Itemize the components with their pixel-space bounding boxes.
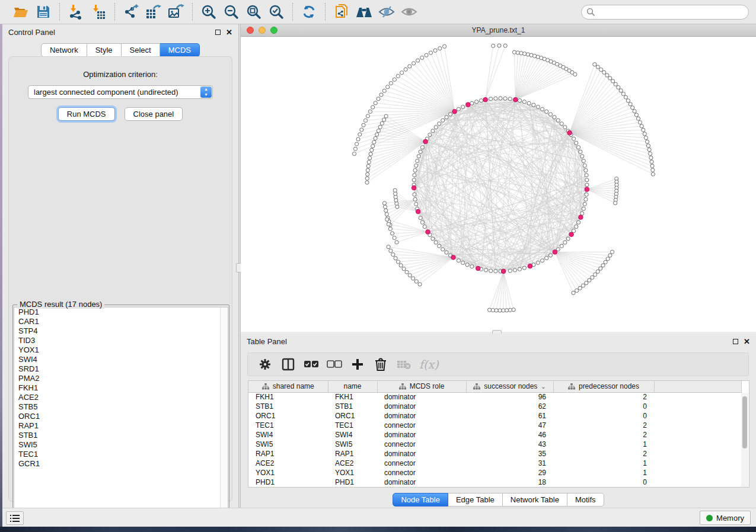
cell: 1 xyxy=(553,440,654,449)
mcds-result-list[interactable]: PHD1CAR1STP4TID3YOX1SWI4SRD1PMA2FKH1ACE2… xyxy=(14,307,228,524)
table-row[interactable]: ORC1ORC1dominator610 xyxy=(248,411,742,421)
export-table-icon[interactable] xyxy=(143,2,164,21)
table-row[interactable]: YOX1YOX1connector291 xyxy=(248,468,742,477)
control-panel: Control Panel ✕ NetworkStyleSelectMCDS O… xyxy=(2,24,238,508)
tab-edge-table[interactable]: Edge Table xyxy=(448,493,503,507)
result-item[interactable]: SRD1 xyxy=(14,364,228,374)
cell: FKH1 xyxy=(328,392,377,402)
clone-network-icon[interactable] xyxy=(331,2,352,21)
import-table-icon[interactable] xyxy=(88,2,109,21)
result-item[interactable]: STB5 xyxy=(14,402,228,412)
table-row[interactable]: FKH1FKH1dominator962 xyxy=(248,392,742,402)
result-item[interactable]: ACE2 xyxy=(14,393,228,402)
optimization-select[interactable]: largest connected component (undirected)… xyxy=(28,85,213,99)
tab-mcds[interactable]: MCDS xyxy=(160,43,200,57)
network-canvas[interactable] xyxy=(241,37,756,331)
result-scrollbar[interactable] xyxy=(220,307,228,523)
select-all-icon[interactable] xyxy=(304,357,319,372)
result-item[interactable]: PMA2 xyxy=(14,374,228,383)
open-file-icon[interactable] xyxy=(11,2,31,21)
hide-selected-eye-slash-icon[interactable] xyxy=(377,2,397,21)
cell: STB1 xyxy=(328,402,377,411)
zoom-out-icon[interactable] xyxy=(221,2,241,21)
memory-status-icon xyxy=(706,515,713,521)
gear-icon[interactable] xyxy=(257,357,273,372)
close-panel-button[interactable]: Close panel xyxy=(125,107,183,121)
save-icon[interactable] xyxy=(33,2,53,21)
cell: connector xyxy=(377,459,466,468)
table-row[interactable]: RAP1RAP1dominator352 xyxy=(248,449,742,459)
result-item[interactable]: FKH1 xyxy=(14,383,228,393)
network-window-titlebar[interactable]: YPA_prune.txt_1 xyxy=(241,24,756,37)
column-header-shared-name[interactable]: shared name xyxy=(248,381,328,392)
result-item[interactable]: YOX1 xyxy=(14,345,228,355)
result-item[interactable]: TID3 xyxy=(14,336,228,345)
status-bar: Memory xyxy=(0,508,756,527)
task-history-button[interactable] xyxy=(6,511,24,525)
cell: 2 xyxy=(553,430,654,440)
refresh-view-icon[interactable] xyxy=(299,2,319,21)
table-row[interactable]: PHD1PHD1dominator180 xyxy=(248,477,742,487)
mcds-result-title: MCDS result (17 nodes) xyxy=(17,300,104,309)
cell: 0 xyxy=(553,411,654,421)
cell: 62 xyxy=(466,402,553,411)
network-graph[interactable] xyxy=(241,37,756,331)
tab-network-table[interactable]: Network Table xyxy=(503,493,567,507)
run-mcds-button[interactable]: Run MCDS xyxy=(58,107,115,121)
table-row[interactable]: TEC1TEC1connector472 xyxy=(248,421,742,430)
delete-row-trash-icon[interactable] xyxy=(373,357,388,372)
search-icon xyxy=(586,8,595,17)
binoculars-icon[interactable] xyxy=(354,2,374,21)
table-row[interactable]: STB1STB1dominator620 xyxy=(248,402,742,411)
result-item[interactable]: PHD1 xyxy=(14,307,228,317)
cell: 61 xyxy=(466,411,553,421)
table-row[interactable]: ACE2ACE2connector311 xyxy=(248,459,742,468)
cell: 47 xyxy=(466,421,553,430)
zoom-fit-icon[interactable] xyxy=(244,2,264,21)
close-panel-icon[interactable]: ✕ xyxy=(226,30,232,35)
result-item[interactable]: STB1 xyxy=(14,431,228,440)
result-item[interactable]: RAP1 xyxy=(14,421,228,431)
result-item[interactable]: GCR1 xyxy=(14,459,228,469)
cell: 46 xyxy=(466,430,553,440)
table-scrollbar-thumb[interactable] xyxy=(742,396,747,448)
network-search[interactable] xyxy=(581,5,749,20)
tab-style[interactable]: Style xyxy=(87,43,122,57)
memory-button[interactable]: Memory xyxy=(700,511,751,525)
float-table-panel-icon[interactable] xyxy=(733,339,738,344)
deselect-all-icon[interactable] xyxy=(327,357,342,372)
result-item[interactable]: CAR1 xyxy=(14,317,228,326)
tab-motifs[interactable]: Motifs xyxy=(567,493,604,507)
table-scrollbar[interactable] xyxy=(741,393,748,487)
network-window-title: YPA_prune.txt_1 xyxy=(241,26,756,34)
node-table[interactable]: shared namenameMCDS rolesuccessor nodes⌄… xyxy=(248,380,749,488)
column-header-MCDS-role[interactable]: MCDS role xyxy=(377,381,466,392)
cell: connector xyxy=(377,468,466,477)
column-header-predecessor-nodes[interactable]: predecessor nodes xyxy=(553,381,654,392)
column-header-successor-nodes[interactable]: successor nodes⌄ xyxy=(466,381,553,392)
table-row[interactable]: SWI5SWI5connector431 xyxy=(248,440,742,449)
add-row-icon[interactable] xyxy=(350,357,365,372)
result-item[interactable]: ORC1 xyxy=(14,412,228,421)
cell: 96 xyxy=(466,392,553,402)
export-network-icon[interactable] xyxy=(121,2,141,21)
column-header-name[interactable]: name xyxy=(328,381,377,392)
float-panel-icon[interactable] xyxy=(215,30,221,35)
show-columns-icon[interactable] xyxy=(280,357,296,372)
list-icon xyxy=(10,514,20,523)
result-item[interactable]: SWI5 xyxy=(14,440,228,450)
result-item[interactable]: SWI4 xyxy=(14,355,228,364)
result-item[interactable]: TEC1 xyxy=(14,450,228,459)
cell: 1 xyxy=(553,468,654,477)
zoom-selected-icon[interactable] xyxy=(266,2,286,21)
close-table-panel-icon[interactable]: ✕ xyxy=(744,339,750,344)
table-row[interactable]: SWI4SWI4dominator462 xyxy=(248,430,742,440)
export-image-icon[interactable] xyxy=(166,2,186,21)
result-item[interactable]: STP4 xyxy=(14,326,228,336)
tab-node-table[interactable]: Node Table xyxy=(393,493,448,507)
tab-network[interactable]: Network xyxy=(41,43,87,57)
zoom-in-icon[interactable] xyxy=(199,2,219,21)
control-panel-title: Control Panel xyxy=(8,28,55,37)
import-network-icon[interactable] xyxy=(66,2,86,21)
tab-select[interactable]: Select xyxy=(122,43,160,57)
